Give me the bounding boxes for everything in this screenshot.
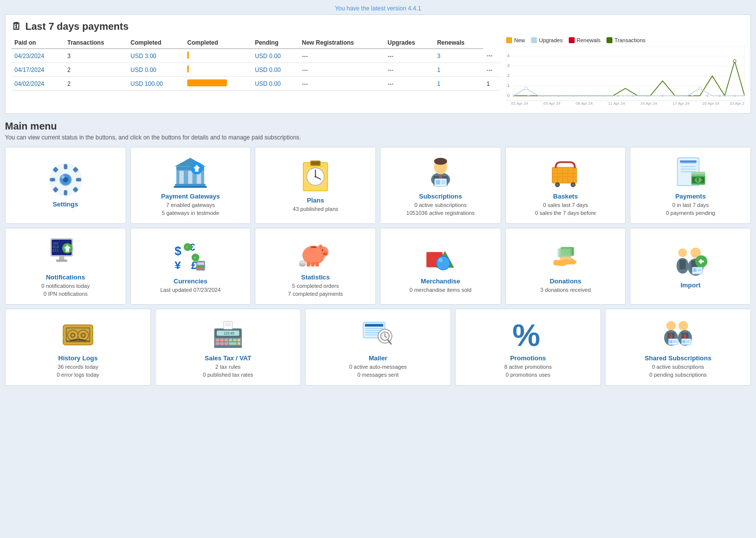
cell-transactions: 3 xyxy=(65,49,128,63)
svg-point-161 xyxy=(679,248,687,257)
svg-text:02 Apr 24: 02 Apr 24 xyxy=(511,101,529,106)
cell-date: 04/02/2024 xyxy=(11,77,65,91)
svg-point-22 xyxy=(528,95,529,97)
cell-pending: --- xyxy=(299,49,385,63)
menu-card-promotions[interactable]: % Promotions 8 active promotions 0 promo… xyxy=(455,309,601,386)
svg-point-134 xyxy=(322,251,328,256)
menu-card-shared-subscriptions[interactable]: Shared Subscriptions 0 active subscripti… xyxy=(605,309,751,386)
menu-card-settings[interactable]: Settings xyxy=(5,147,126,224)
menu-card-payments[interactable]: $ Payments 0 in last 7 days 0 payments p… xyxy=(630,147,751,224)
menu-card-donations[interactable]: $ Donations 3 donations received xyxy=(505,228,626,305)
cell-completed1: USD 3.00 xyxy=(128,49,184,63)
svg-point-179 xyxy=(72,334,74,336)
donations-icon: $ xyxy=(547,239,583,274)
col-new-reg: New Registrations xyxy=(299,37,385,49)
svg-point-51 xyxy=(61,175,65,179)
cell-completed2: USD 0.00 xyxy=(252,77,299,91)
svg-rect-144 xyxy=(315,262,319,267)
svg-rect-125 xyxy=(197,262,204,265)
svg-rect-200 xyxy=(229,342,237,345)
cell-completed2: USD 0.00 xyxy=(252,49,299,63)
svg-point-154 xyxy=(438,258,443,262)
svg-text:¥: ¥ xyxy=(175,258,181,271)
svg-rect-169 xyxy=(700,259,702,264)
menu-card-subscriptions[interactable]: Subscriptions 0 active subscriptions 105… xyxy=(380,147,501,224)
statistics-card-desc: 5 completed orders 7 completed payments xyxy=(288,282,343,298)
statistics-card-title: Statistics xyxy=(301,273,330,281)
legend-color xyxy=(506,37,512,43)
svg-text:$: $ xyxy=(175,244,182,257)
svg-rect-163 xyxy=(680,260,685,269)
main-menu-title: Main menu xyxy=(5,121,751,132)
col-completed2: Completed xyxy=(184,37,252,49)
svg-text:↑: ↑ xyxy=(186,245,188,250)
menu-card-payment-gateways[interactable]: Payment Gateways 7 enabled gateways 5 ga… xyxy=(130,147,251,224)
svg-point-147 xyxy=(300,261,305,264)
svg-rect-196 xyxy=(237,339,240,341)
table-row: 04/23/20243USD 3.00 USD 0.00------3--- xyxy=(11,49,501,63)
svg-point-21 xyxy=(513,95,515,97)
svg-rect-143 xyxy=(311,262,314,267)
svg-rect-194 xyxy=(229,339,232,341)
svg-point-35 xyxy=(719,95,721,97)
cell-upgrades: 3 xyxy=(434,49,484,63)
baskets-card-desc: 0 sales last 7 days 0 sales the 7 days b… xyxy=(535,202,596,217)
svg-rect-233 xyxy=(682,340,685,343)
svg-point-30 xyxy=(647,95,649,97)
svg-rect-79 xyxy=(436,180,440,185)
cell-new-reg: --- xyxy=(384,63,434,77)
cell-date: 04/17/2024 xyxy=(11,63,65,77)
svg-point-31 xyxy=(662,95,664,97)
svg-point-32 xyxy=(677,95,679,97)
menu-card-import[interactable]: Import xyxy=(630,228,751,305)
mailer-card-desc: 0 active auto-messages 0 messages sent xyxy=(349,363,407,379)
shared-subscriptions-icon xyxy=(660,316,696,351)
svg-rect-197 xyxy=(216,342,220,345)
shared-subscriptions-card-desc: 0 active subscriptions 0 pending subscri… xyxy=(649,363,707,379)
payments-table: Paid on Transactions Completed Completed… xyxy=(11,37,501,91)
svg-text:1: 1 xyxy=(507,83,510,88)
svg-rect-65 xyxy=(311,161,320,165)
menu-card-plans[interactable]: Plans 43 published plans xyxy=(255,147,376,224)
cell-renewals: --- xyxy=(483,49,501,63)
menu-card-currencies[interactable]: $ € ¥ £ ↑ ↑ xyxy=(130,228,251,305)
svg-point-140 xyxy=(319,246,322,249)
svg-rect-191 xyxy=(216,339,220,341)
svg-text:17 Apr 24: 17 Apr 24 xyxy=(673,101,690,106)
menu-card-history-logs[interactable]: History Logs 36 records today 0 error lo… xyxy=(5,309,151,386)
svg-rect-198 xyxy=(220,342,224,345)
svg-text:4: 4 xyxy=(507,53,510,58)
notifications-card-desc: 0 notifications today 0 IPN notification… xyxy=(41,282,89,298)
svg-point-224 xyxy=(679,321,688,331)
legend-color xyxy=(531,37,537,43)
legend-label: Upgrades xyxy=(539,37,563,43)
menu-card-notifications[interactable]: 101 010 011 Notifications 0 notification… xyxy=(5,228,126,305)
svg-rect-43 xyxy=(50,178,55,181)
menu-card-mailer[interactable]: Mailer 0 active auto-messages 0 messages… xyxy=(305,309,451,386)
cell-transactions: 2 xyxy=(65,63,128,77)
plans-card-desc: 43 published plans xyxy=(293,205,338,213)
menu-row-3: History Logs 36 records today 0 error lo… xyxy=(5,309,751,386)
menu-card-baskets[interactable]: Baskets 0 sales last 7 days 0 sales the … xyxy=(505,147,626,224)
svg-rect-195 xyxy=(233,339,237,341)
svg-rect-160 xyxy=(558,249,571,258)
svg-point-23 xyxy=(542,95,544,97)
menu-card-sales-tax[interactable]: 123.45 xyxy=(155,309,301,386)
svg-text:2: 2 xyxy=(507,73,510,78)
svg-rect-42 xyxy=(64,190,67,196)
col-upgrades: Upgrades xyxy=(384,37,434,49)
menu-card-merchandise[interactable]: Merchandise 0 merchandise items sold xyxy=(380,228,501,305)
menu-card-statistics[interactable]: Statistics 5 completed orders 7 complete… xyxy=(255,228,376,305)
svg-point-220 xyxy=(666,321,676,331)
svg-point-28 xyxy=(617,95,619,97)
svg-point-36 xyxy=(734,95,736,97)
svg-point-33 xyxy=(691,95,693,97)
notifications-card-title: Notifications xyxy=(46,273,85,281)
merchandise-card-desc: 0 merchandise items sold xyxy=(409,286,471,294)
subscriptions-card-title: Subscriptions xyxy=(419,193,462,200)
svg-point-127 xyxy=(200,265,202,267)
main-menu-desc: You can view current status in the butto… xyxy=(5,134,751,141)
menu-row-2: 101 010 011 Notifications 0 notification… xyxy=(5,228,751,305)
legend-color xyxy=(606,37,612,43)
svg-rect-208 xyxy=(365,324,383,327)
